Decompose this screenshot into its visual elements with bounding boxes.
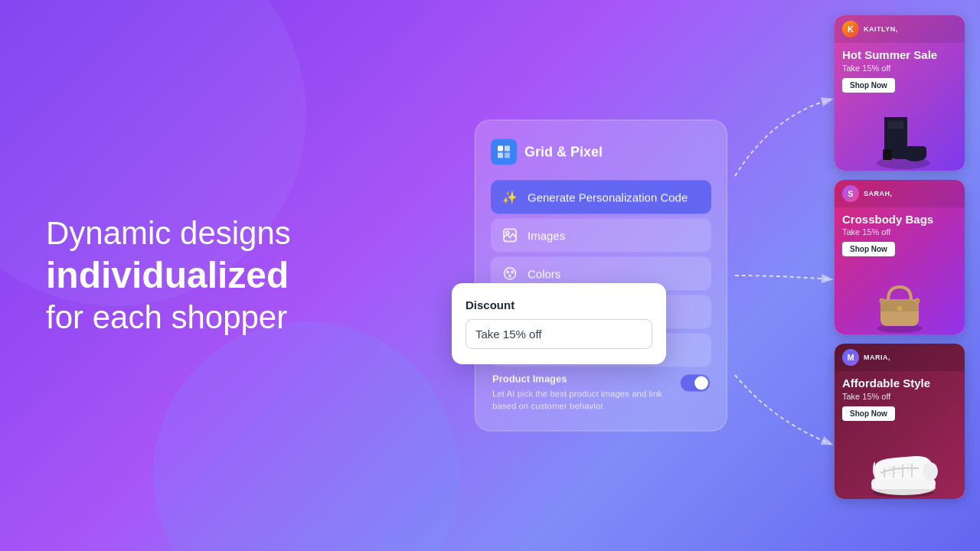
- logo-text: Grid & Pixel: [524, 144, 603, 160]
- generate-icon: ✨: [501, 188, 518, 205]
- ad-user-maria: MARIA,: [864, 354, 890, 361]
- svg-point-22: [923, 462, 938, 481]
- svg-point-16: [897, 305, 903, 311]
- svg-point-9: [508, 274, 511, 277]
- hero-line2: individualized: [46, 256, 413, 297]
- ad-btn-kaitlyn[interactable]: Shop Now: [842, 78, 895, 93]
- menu-item-images[interactable]: Images: [491, 218, 711, 252]
- product-images-section: Product Images Let AI pick the best prod…: [491, 373, 711, 412]
- ad-image-kaitlyn: [835, 102, 965, 171]
- ad-headline-maria: Affordable Style: [842, 377, 957, 390]
- logo-icon: [491, 139, 517, 165]
- product-images-text: Product Images Let AI pick the best prod…: [492, 373, 681, 412]
- discount-label: Discount: [466, 298, 652, 311]
- ad-subtext-maria: Take 15% off: [842, 392, 957, 401]
- ad-card-kaitlyn: K KAITLYN, Hot Summer Sale Take 15% off …: [835, 15, 965, 171]
- svg-point-13: [903, 149, 926, 161]
- ad-card-sarah: S SARAH, Crossbody Bags Take 15% off Sho…: [835, 180, 965, 335]
- ad-image-sarah: [835, 266, 965, 334]
- discount-input[interactable]: [466, 319, 652, 349]
- product-images-desc: Let AI pick the best product images and …: [492, 387, 681, 412]
- svg-point-8: [511, 270, 514, 273]
- ad-btn-maria[interactable]: Shop Now: [842, 406, 895, 421]
- ad-headline-kaitlyn: Hot Summer Sale: [842, 49, 957, 62]
- svg-rect-1: [505, 145, 510, 151]
- ad-subtext-sarah: Take 15% off: [842, 227, 957, 236]
- avatar-sarah: S: [842, 185, 859, 202]
- ad-user-sarah: SARAH,: [864, 190, 893, 197]
- menu-item-generate[interactable]: ✨ Generate Personalization Code: [491, 180, 711, 214]
- ad-subtext-kaitlyn: Take 15% off: [842, 64, 957, 73]
- menu-label-images: Images: [528, 229, 565, 242]
- product-images-title: Product Images: [492, 373, 681, 384]
- product-images-toggle[interactable]: [681, 374, 710, 391]
- menu-label-colors: Colors: [528, 267, 560, 280]
- colors-icon: [501, 265, 518, 282]
- product-images-row: Product Images Let AI pick the best prod…: [492, 373, 710, 412]
- svg-rect-0: [498, 145, 503, 151]
- ad-user-kaitlyn: KAITLYN,: [864, 25, 898, 33]
- panel-logo: Grid & Pixel: [491, 139, 711, 165]
- svg-rect-12: [883, 149, 892, 160]
- avatar-maria: M: [842, 349, 859, 366]
- ad-card-maria: M MARIA, Affordable Style Take 15% off S…: [835, 344, 965, 499]
- menu-label-generate: Generate Personalization Code: [528, 191, 688, 204]
- svg-point-17: [880, 298, 884, 303]
- hero-line3: for each shopper: [46, 300, 413, 337]
- ad-headline-sarah: Crossbody Bags: [842, 214, 957, 227]
- svg-rect-21: [871, 478, 936, 489]
- discount-popup: Discount: [452, 283, 666, 364]
- ad-btn-sarah[interactable]: Shop Now: [842, 242, 895, 256]
- svg-rect-3: [505, 152, 510, 158]
- svg-point-6: [505, 268, 516, 279]
- images-icon: [501, 227, 518, 243]
- svg-point-18: [915, 298, 920, 303]
- hero-line1: Dynamic designs: [46, 214, 413, 253]
- hero-section: Dynamic designs individualized for each …: [46, 214, 413, 336]
- bg-decor-2: [153, 321, 459, 551]
- center-panel: Grid & Pixel ✨ Generate Personalization …: [475, 119, 727, 431]
- svg-rect-2: [498, 152, 503, 158]
- svg-point-7: [506, 270, 509, 273]
- ad-image-maria: [835, 430, 965, 499]
- right-ad-cards: K KAITLYN, Hot Summer Sale Take 15% off …: [835, 15, 965, 499]
- avatar-kaitlyn: K: [842, 21, 859, 37]
